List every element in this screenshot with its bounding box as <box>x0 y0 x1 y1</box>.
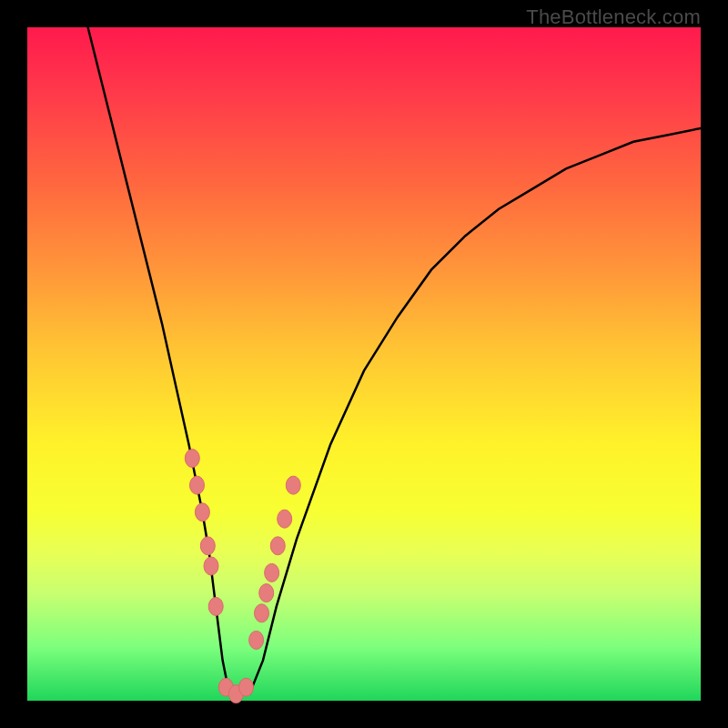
highlight-point <box>278 510 292 528</box>
highlight-point <box>270 537 285 555</box>
highlight-point <box>185 450 199 468</box>
watermark-label: TheBottleneck.com <box>526 5 701 29</box>
highlight-point <box>286 476 300 494</box>
curve-layer <box>27 27 701 701</box>
chart-frame: TheBottleneck.com <box>0 0 728 728</box>
highlight-point <box>200 537 215 555</box>
highlight-point <box>208 597 223 615</box>
highlight-point <box>265 563 279 581</box>
highlight-point <box>239 678 254 696</box>
highlight-point <box>195 503 209 521</box>
highlight-point <box>189 476 204 494</box>
highlight-point <box>259 584 274 602</box>
bottleneck-curve <box>88 27 701 694</box>
highlight-point <box>204 557 218 575</box>
highlight-point <box>249 631 264 649</box>
highlight-point <box>255 604 269 622</box>
highlight-points <box>185 450 300 703</box>
